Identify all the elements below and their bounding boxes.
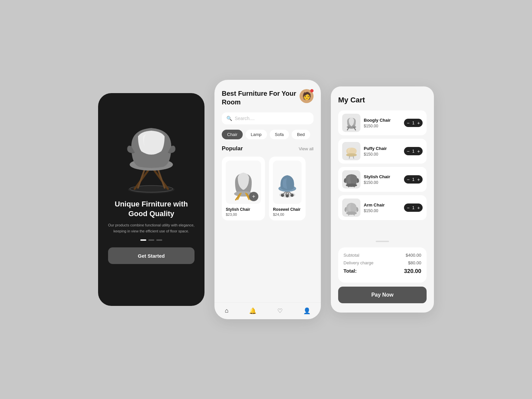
product-card-1[interactable]: + Stylish Chair $23,00 [222, 157, 265, 220]
cart-item-name-1: Boogly Chair [364, 118, 401, 123]
total-label: Total: [343, 268, 357, 275]
product-price-2: $24,00 [273, 212, 302, 216]
cart-item-3: Stylish Chair $150.00 − 1 + [338, 167, 427, 192]
hero-chair-image [108, 103, 195, 196]
product-name-1: Stylish Chair [226, 207, 261, 212]
subtotal-label: Subtotal [343, 253, 359, 258]
qty-num-2: 1 [412, 149, 415, 154]
popular-title: Popular [222, 145, 243, 152]
cart-item-img-1 [342, 114, 360, 132]
category-tabs: Chair Lamp Sofa Bed [222, 130, 314, 139]
dark-description: Our products combine functional utility … [108, 222, 195, 234]
tab-chair[interactable]: Chair [222, 130, 243, 139]
total-value: 320.00 [404, 268, 421, 275]
get-started-button[interactable]: Get Started [108, 247, 195, 264]
cart-item-price-1: $150.00 [364, 124, 401, 128]
nav-user-icon[interactable]: 👤 [303, 307, 311, 315]
cart-item-price-4: $150.00 [364, 208, 401, 213]
pagination-dots [140, 239, 162, 241]
cart-items-list: Boogly Chair $150.00 − 1 + [338, 110, 427, 238]
cart-item-4: Arm Chair $150.00 − 1 + [338, 195, 427, 220]
cart-item-info-2: Puffy Chair $150.00 [364, 146, 401, 157]
notification-badge [310, 89, 314, 92]
qty-control-2: − 1 + [404, 147, 423, 155]
cart-item-name-3: Stylish Chair [364, 174, 401, 179]
app-title: Best Furniture For Your Room [222, 89, 300, 106]
cart-item-name-2: Puffy Chair [364, 146, 401, 151]
tab-lamp[interactable]: Lamp [245, 130, 267, 139]
cart-summary: Subtotal $400.00 Delivery charge $80.00 … [338, 247, 427, 283]
cart-title: My Cart [338, 96, 427, 104]
nav-bell-icon[interactable]: 🔔 [249, 307, 256, 315]
dot-3 [156, 239, 162, 241]
subtotal-value: $400.00 [406, 253, 421, 258]
cart-item-img-4 [342, 199, 360, 217]
qty-minus-2[interactable]: − [407, 149, 409, 154]
scroll-indicator [376, 241, 389, 242]
delivery-row: Delivery charge $80.00 [343, 260, 421, 265]
phone-dark: Unique Firniture with Good Quality Our p… [98, 93, 204, 306]
cart-item-info-1: Boogly Chair $150.00 [364, 118, 401, 128]
delivery-value: $80.00 [408, 260, 421, 265]
qty-minus-1[interactable]: − [407, 121, 409, 125]
qty-num-4: 1 [412, 205, 415, 210]
phone-header: Best Furniture For Your Room 🧑 [222, 89, 314, 106]
qty-control-4: − 1 + [404, 203, 423, 212]
cart-item-info-3: Stylish Chair $150.00 [364, 174, 401, 185]
svg-point-27 [346, 184, 357, 187]
cart-panel: My Cart Boogly Chair $150.00 − 1 + [331, 86, 434, 313]
search-placeholder[interactable]: Search.... [235, 116, 309, 121]
bottom-navigation: ⌂ 🔔 ♡ 👤 [214, 302, 321, 319]
qty-plus-3[interactable]: + [417, 177, 420, 182]
qty-minus-3[interactable]: − [407, 177, 409, 182]
dark-headline: Unique Firniture with Good Quality [108, 200, 195, 218]
cart-item-info-4: Arm Chair $150.00 [364, 202, 401, 213]
search-icon: 🔍 [226, 116, 232, 121]
tab-sofa[interactable]: Sofa [270, 130, 289, 139]
cart-item-2: Puffy Chair $150.00 − 1 + [338, 139, 427, 164]
add-to-cart-btn-1[interactable]: + [249, 192, 258, 201]
user-avatar-container[interactable]: 🧑 [300, 89, 314, 103]
product-image-2 [273, 161, 302, 204]
qty-minus-4[interactable]: − [407, 205, 409, 210]
phone-light: Best Furniture For Your Room 🧑 🔍 Search.… [214, 80, 321, 319]
qty-plus-4[interactable]: + [417, 205, 420, 210]
nav-heart-icon[interactable]: ♡ [277, 307, 283, 315]
total-row: Total: 320.00 [343, 268, 421, 275]
dark-phone-content: Unique Firniture with Good Quality Our p… [105, 200, 198, 264]
nav-home-icon[interactable]: ⌂ [225, 307, 228, 315]
tab-bed[interactable]: Bed [292, 130, 310, 139]
product-image-1: + [226, 161, 261, 204]
qty-control-1: − 1 + [404, 119, 423, 127]
qty-num-3: 1 [412, 177, 415, 182]
pay-now-button[interactable]: Pay Now [338, 287, 427, 303]
subtotal-row: Subtotal $400.00 [343, 253, 421, 258]
cart-item-price-3: $150.00 [364, 180, 401, 185]
cart-item-price-2: $150.00 [364, 152, 401, 157]
qty-control-3: − 1 + [404, 175, 423, 184]
search-bar[interactable]: 🔍 Search.... [222, 112, 314, 124]
qty-plus-2[interactable]: + [417, 149, 420, 154]
qty-plus-1[interactable]: + [417, 121, 420, 125]
delivery-label: Delivery charge [343, 260, 373, 265]
product-name-2: Rosewel Chair [273, 207, 302, 212]
cart-item-img-2 [342, 142, 360, 160]
product-price-1: $23,00 [226, 212, 261, 216]
qty-num-1: 1 [412, 120, 415, 125]
cart-item-img-3 [342, 170, 360, 189]
dot-1 [140, 239, 146, 241]
product-card-2[interactable]: Rosewel Chair $24,00 [269, 157, 306, 220]
dot-2 [148, 239, 154, 241]
cart-item-1: Boogly Chair $150.00 − 1 + [338, 110, 427, 135]
svg-point-30 [346, 211, 357, 215]
popular-section-header: Popular View all [222, 145, 314, 152]
svg-point-24 [346, 153, 357, 157]
view-all-link[interactable]: View all [299, 146, 314, 151]
products-row: + Stylish Chair $23,00 [222, 157, 314, 220]
cart-item-name-4: Arm Chair [364, 202, 401, 207]
